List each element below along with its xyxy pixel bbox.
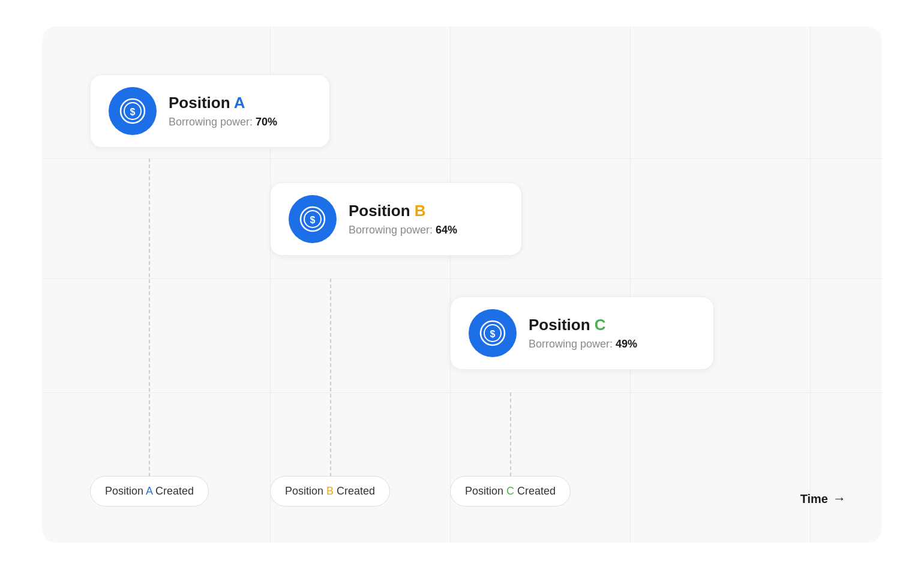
grid-line-v4 [810,26,811,543]
grid-line-v2 [450,26,451,543]
borrowing-value-a: 70% [256,116,277,128]
dollar-icon-a: $ [119,98,146,124]
position-label-b: Position [349,202,410,220]
card-subtitle-b: Borrowing power: 64% [349,224,457,236]
time-label: Time → [800,491,846,507]
timeline-label-c: Position C Created [450,476,571,507]
grid-line-h3 [42,393,882,393]
dollar-icon-b: $ [299,206,326,232]
grid-line-h1 [42,158,882,159]
tl-pre-c: Position [465,485,506,497]
dollar-icon-c: $ [479,320,506,346]
position-label-c: Position [529,316,590,334]
card-title-c: Position C [529,316,637,334]
tl-letter-b: B [326,485,334,497]
tl-letter-c: C [506,485,514,497]
position-icon-a: $ [109,87,157,135]
timeline-label-b: Position B Created [270,476,390,507]
tl-pre-a: Position [105,485,146,497]
tl-post-a: Created [152,485,194,497]
position-card-c: $ Position C Borrowing power: 49% [450,297,714,370]
main-container: $ Position A Borrowing power: 70% $ Po [42,26,882,543]
position-letter-b: B [415,202,426,220]
connector-line-a [149,158,150,495]
svg-text:$: $ [490,329,496,339]
timeline-label-a: Position A Created [90,476,209,507]
card-subtitle-c: Borrowing power: 49% [529,338,637,351]
card-info-a: Position A Borrowing power: 70% [169,94,277,128]
borrowing-value-c: 49% [616,338,637,350]
card-title-a: Position A [169,94,277,112]
grid-line-v3 [630,26,631,543]
card-info-c: Position C Borrowing power: 49% [529,316,637,351]
time-arrow-icon: → [833,491,846,507]
borrowing-label-b: Borrowing power: [349,224,433,236]
time-text: Time [800,492,828,506]
position-card-a: $ Position A Borrowing power: 70% [90,74,330,148]
card-info-b: Position B Borrowing power: 64% [349,202,457,236]
borrowing-label-c: Borrowing power: [529,338,616,350]
position-letter-a: A [234,94,245,112]
tl-post-b: Created [334,485,375,497]
grid-line-h2 [42,278,882,279]
connector-line-b [330,278,331,495]
borrowing-value-b: 64% [436,224,457,236]
tl-letter-a: A [146,485,152,497]
card-subtitle-a: Borrowing power: 70% [169,116,277,128]
svg-text:$: $ [310,215,316,225]
svg-text:$: $ [130,107,136,117]
card-title-b: Position B [349,202,457,220]
position-letter-c: C [595,316,606,334]
position-card-b: $ Position B Borrowing power: 64% [270,182,522,256]
tl-post-c: Created [514,485,556,497]
position-icon-c: $ [469,309,517,357]
tl-pre-b: Position [285,485,326,497]
borrowing-label-a: Borrowing power: [169,116,253,128]
position-label-a: Position [169,94,230,112]
position-icon-b: $ [289,195,337,243]
